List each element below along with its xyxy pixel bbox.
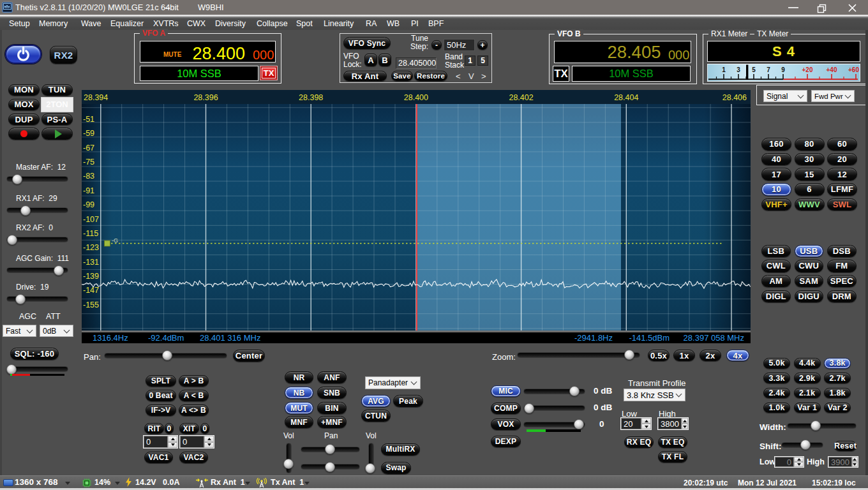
svg-text:-75: -75 xyxy=(83,158,94,167)
svg-text:1: 1 xyxy=(722,66,726,73)
svg-text:28.402: 28.402 xyxy=(509,93,533,102)
svg-text:28.401 316 MHz: 28.401 316 MHz xyxy=(200,333,260,343)
svg-text:28.406: 28.406 xyxy=(722,93,747,102)
svg-text:7: 7 xyxy=(767,66,770,73)
svg-text:-131: -131 xyxy=(83,258,99,267)
svg-text:-141.5dBm: -141.5dBm xyxy=(629,333,670,343)
svg-text:28.398: 28.398 xyxy=(299,93,323,102)
svg-text:+40: +40 xyxy=(827,66,837,73)
svg-text:-59: -59 xyxy=(83,129,94,138)
svg-text:-147: -147 xyxy=(83,286,99,295)
svg-text:3: 3 xyxy=(737,66,740,73)
svg-text:-51: -51 xyxy=(83,115,94,124)
svg-text:-115: -115 xyxy=(83,229,98,238)
svg-text:-G: -G xyxy=(112,237,118,244)
svg-text:-92.4dBm: -92.4dBm xyxy=(148,333,184,343)
svg-text:1316.4Hz: 1316.4Hz xyxy=(93,333,128,343)
svg-text:-2941.8Hz: -2941.8Hz xyxy=(574,333,613,343)
svg-text:-139: -139 xyxy=(83,272,99,281)
svg-text:28.397 058 MHz: 28.397 058 MHz xyxy=(684,333,744,343)
svg-text:-91: -91 xyxy=(83,186,94,195)
svg-text:5: 5 xyxy=(752,66,756,73)
svg-text:28.404: 28.404 xyxy=(614,93,638,102)
svg-text:-107: -107 xyxy=(83,215,99,224)
svg-text:28.394: 28.394 xyxy=(84,93,108,102)
svg-text:-123: -123 xyxy=(83,243,99,252)
svg-text:28.400: 28.400 xyxy=(404,93,428,102)
svg-text:+60: +60 xyxy=(848,66,859,73)
svg-text:28.396: 28.396 xyxy=(193,93,218,102)
svg-text:-155: -155 xyxy=(83,301,99,309)
svg-text:-67: -67 xyxy=(83,144,94,152)
svg-text:+20: +20 xyxy=(802,66,813,73)
svg-text:-83: -83 xyxy=(83,172,94,181)
svg-text:9: 9 xyxy=(781,66,785,73)
svg-text:-99: -99 xyxy=(83,200,94,209)
